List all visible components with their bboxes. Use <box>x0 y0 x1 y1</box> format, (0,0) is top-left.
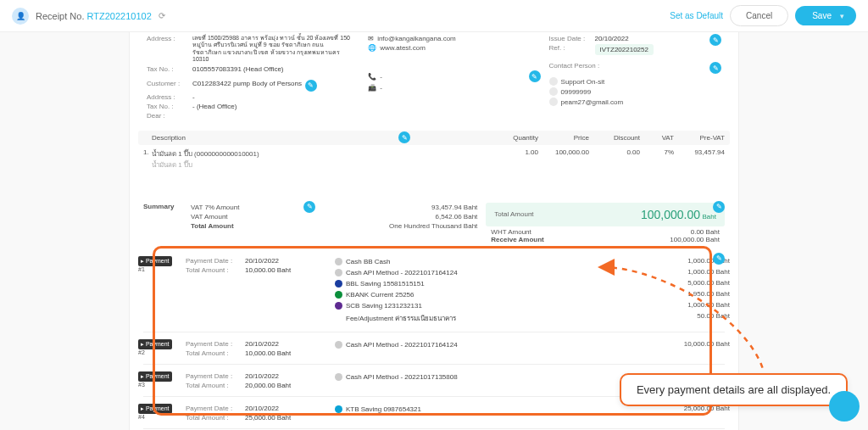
bank-icon <box>335 302 342 310</box>
payment-method-text: Cash BB Cash <box>346 258 390 265</box>
payment-date: 20/10/2022 <box>245 405 279 412</box>
payment-method-text: Cash API Method - 20221017135808 <box>346 373 458 381</box>
edit-icon[interactable]: ✎ <box>398 131 410 143</box>
save-button[interactable]: Save ▾ <box>795 6 856 25</box>
payment-total-label: Total Amount : <box>186 382 245 389</box>
total-words-label: Total Amount <box>191 222 234 230</box>
payment-method-text: Fee/Adjustment ค่าธรรมเนียมธนาคาร <box>346 313 456 324</box>
item-discount: 0.00 <box>589 148 640 156</box>
payment-total: 20,000.00 Baht <box>245 382 291 389</box>
bank-icon <box>335 280 342 288</box>
payment-date-label: Payment Date : <box>186 405 245 412</box>
payment-tag[interactable]: ▸ Payment <box>138 371 172 382</box>
bank-icon <box>335 258 342 265</box>
total-amount-value: 100,000.00 <box>641 208 700 221</box>
bank-icon <box>335 373 342 381</box>
contact-email: peam27@gmail.com <box>561 98 623 106</box>
payment-method-text: SCB Saving 1231232131 <box>346 302 422 310</box>
bank-icon <box>335 405 342 413</box>
set-default-link[interactable]: Set as Default <box>670 11 723 20</box>
avatar-icon: 👤 <box>12 8 29 25</box>
edit-icon[interactable]: ✎ <box>303 201 315 213</box>
receipt-title: Receipt No. RTZ202210102 <box>36 11 152 21</box>
cancel-button[interactable]: Cancel <box>730 5 788 26</box>
refresh-icon[interactable]: ⟳ <box>159 11 165 20</box>
cust-address-label: Address : <box>147 93 189 101</box>
annotation-callout: Every payment details are all displayed. <box>620 373 848 406</box>
item-vat: 7% <box>640 148 674 156</box>
address-label: Address : <box>147 35 189 64</box>
edit-icon[interactable]: ✎ <box>713 201 725 213</box>
payment-item-amount: 1,950.00 Baht <box>687 290 730 299</box>
callout-text: Every payment details are all displayed. <box>637 383 831 396</box>
col-prevat: Pre-VAT <box>674 134 725 142</box>
phone: - <box>380 73 382 81</box>
edit-icon[interactable]: ✎ <box>305 80 317 92</box>
col-price: Price <box>538 134 589 142</box>
edit-icon[interactable]: ✎ <box>713 253 725 265</box>
cust-tax-value: - (Head Office) <box>192 103 236 110</box>
payment-total: 10,000.00 Baht <box>245 349 291 357</box>
payment-method-text: KBANK Current 25256 <box>346 291 415 299</box>
payment-method-text: KTB Saving 0987654321 <box>346 405 421 413</box>
save-label: Save <box>812 11 832 20</box>
edit-icon[interactable]: ✎ <box>709 34 721 46</box>
vat-value: 6,542.06 Baht <box>436 213 478 221</box>
payment-date-label: Payment Date : <box>186 340 245 348</box>
website: www.atest.com <box>380 44 426 52</box>
customer-label: Customer : <box>147 80 189 92</box>
issue-date-label: Issue Date : <box>549 35 592 42</box>
cust-tax-label: Tax No. : <box>147 103 189 110</box>
chevron-down-icon: ▾ <box>840 12 844 20</box>
total-unit: Baht <box>703 213 716 221</box>
bank-icon <box>335 269 342 276</box>
chat-bubble-icon[interactable] <box>829 391 860 422</box>
ref-label: Ref. : <box>549 44 592 55</box>
bank-icon <box>335 341 342 349</box>
vat7-value: 93,457.94 Baht <box>431 204 477 211</box>
payment-tag[interactable]: ▸ Payment <box>138 256 172 266</box>
page-body: Address : เลขที่ 1500/25988 อาคาร พร้อมุ… <box>129 32 739 430</box>
payment-block: ✎ ▸ Payment #1 Payment Date :20/10/2022 … <box>138 252 730 329</box>
topbar: 👤 Receipt No. RTZ202210102 ⟳ Set as Defa… <box>0 0 868 32</box>
col-vat: VAT <box>640 134 674 142</box>
summary-label: Summary <box>143 203 184 231</box>
topbar-right: Set as Default Cancel Save ▾ <box>670 5 856 26</box>
edit-icon[interactable]: ✎ <box>709 62 721 74</box>
row-index: 1. <box>143 148 152 156</box>
payment-total-label: Total Amount : <box>186 414 245 422</box>
document-content: Address : เลขที่ 1500/25988 อาคาร พร้อมุ… <box>138 32 730 430</box>
payment-item-amount: 50.00 Baht <box>697 312 730 325</box>
item-desc2: น้ำมันลด 1 ปี๊บ <box>152 159 487 170</box>
payment-date-label: Payment Date : <box>186 257 245 265</box>
customer-value: C012283422 pump Body of Persons <box>192 80 302 92</box>
ref-value[interactable]: IVTZ202210252 <box>595 44 654 55</box>
item-row: 1. น้ำมันลด 1 ปี๊บ (0000000000010001) น้… <box>138 145 730 174</box>
vat7-label: VAT 7% Amount <box>191 204 239 211</box>
summary-block: ✎ Summary VAT 7% Amount93,457.94 Baht VA… <box>138 203 730 243</box>
item-prevat: 93,457.94 <box>674 148 725 156</box>
issue-date: 20/10/2022 <box>595 35 629 42</box>
payment-total: 10,000.00 Baht <box>245 266 291 274</box>
item-price: 100,000.00 <box>538 148 589 156</box>
mail-icon <box>549 98 558 106</box>
email: info@kangalkangana.com <box>377 35 456 42</box>
payment-tag[interactable]: ▸ Payment <box>138 404 172 414</box>
payment-tag[interactable]: ▸ Payment <box>138 339 172 349</box>
payment-total-label: Total Amount : <box>186 266 245 274</box>
receive-label: Receive Amount <box>491 236 543 243</box>
wht-value: 0.00 Baht <box>691 228 720 236</box>
receipt-number: RTZ202210102 <box>87 11 152 21</box>
info-block: Address : เลขที่ 1500/25988 อาคาร พร้อมุ… <box>138 32 730 126</box>
payment-method-text: Cash API Method - 20221017164124 <box>346 269 458 276</box>
doc-meta: ✎ Issue Date : 20/10/2022 Ref. : IVTZ202… <box>549 34 721 120</box>
edit-icon[interactable]: ✎ <box>529 70 541 82</box>
person-icon <box>549 77 558 86</box>
phone-icon <box>549 87 558 96</box>
contact-person-label: Contact Person : <box>549 62 600 74</box>
topbar-left: 👤 Receipt No. RTZ202210102 ⟳ <box>12 8 165 25</box>
payment-total: 25,000.00 Baht <box>245 414 291 422</box>
receipt-prefix: Receipt No. <box>36 11 84 21</box>
payment-block: ▸ Payment #2 Payment Date :20/10/2022 To… <box>138 335 730 361</box>
vat-label: VAT Amount <box>191 213 228 221</box>
